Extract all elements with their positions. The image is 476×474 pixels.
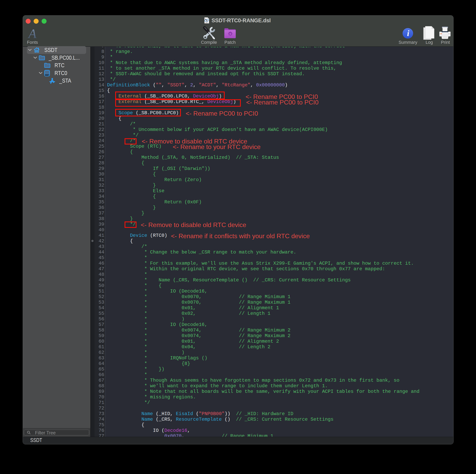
svg-text:A: A [28, 29, 37, 39]
svg-text:i: i [407, 29, 409, 38]
svg-text:DSL: DSL [205, 22, 208, 23]
